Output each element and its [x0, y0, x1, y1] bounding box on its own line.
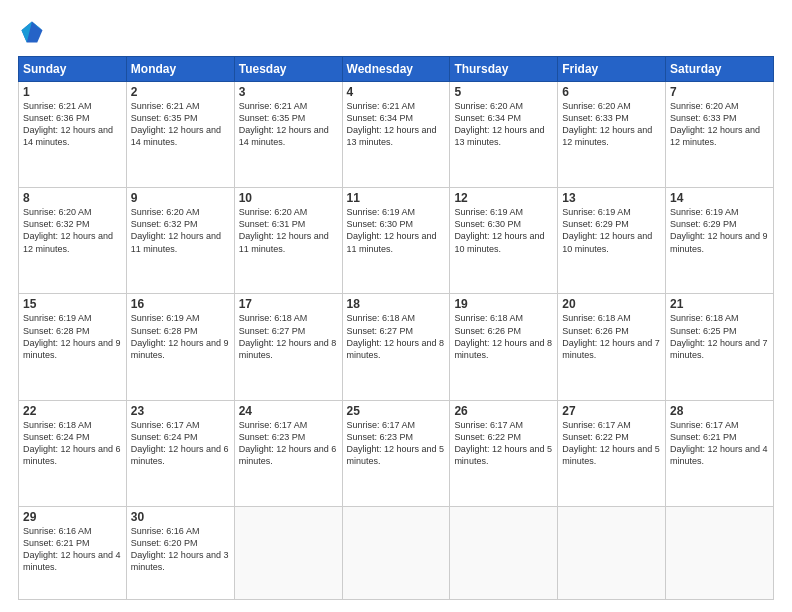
calendar-cell: 21 Sunrise: 6:18 AMSunset: 6:25 PMDaylig…: [666, 294, 774, 400]
day-info: Sunrise: 6:17 AMSunset: 6:21 PMDaylight:…: [670, 419, 769, 468]
day-info: Sunrise: 6:19 AMSunset: 6:28 PMDaylight:…: [131, 312, 230, 361]
logo-icon: [18, 18, 46, 46]
calendar-cell: 25 Sunrise: 6:17 AMSunset: 6:23 PMDaylig…: [342, 400, 450, 506]
header: [18, 18, 774, 46]
day-info: Sunrise: 6:19 AMSunset: 6:30 PMDaylight:…: [347, 206, 446, 255]
day-info: Sunrise: 6:18 AMSunset: 6:26 PMDaylight:…: [454, 312, 553, 361]
day-number: 5: [454, 85, 553, 99]
day-info: Sunrise: 6:20 AMSunset: 6:32 PMDaylight:…: [131, 206, 230, 255]
day-number: 15: [23, 297, 122, 311]
day-number: 11: [347, 191, 446, 205]
day-number: 12: [454, 191, 553, 205]
day-info: Sunrise: 6:16 AMSunset: 6:21 PMDaylight:…: [23, 525, 122, 574]
calendar-cell: 10 Sunrise: 6:20 AMSunset: 6:31 PMDaylig…: [234, 188, 342, 294]
calendar-cell: 27 Sunrise: 6:17 AMSunset: 6:22 PMDaylig…: [558, 400, 666, 506]
day-number: 1: [23, 85, 122, 99]
day-number: 29: [23, 510, 122, 524]
calendar-week-4: 22 Sunrise: 6:18 AMSunset: 6:24 PMDaylig…: [19, 400, 774, 506]
day-number: 17: [239, 297, 338, 311]
calendar-cell: 19 Sunrise: 6:18 AMSunset: 6:26 PMDaylig…: [450, 294, 558, 400]
page: SundayMondayTuesdayWednesdayThursdayFrid…: [0, 0, 792, 612]
calendar-cell: 2 Sunrise: 6:21 AMSunset: 6:35 PMDayligh…: [126, 82, 234, 188]
calendar-week-3: 15 Sunrise: 6:19 AMSunset: 6:28 PMDaylig…: [19, 294, 774, 400]
calendar-cell: [342, 506, 450, 599]
calendar-cell: 8 Sunrise: 6:20 AMSunset: 6:32 PMDayligh…: [19, 188, 127, 294]
day-info: Sunrise: 6:19 AMSunset: 6:29 PMDaylight:…: [670, 206, 769, 255]
calendar-cell: [234, 506, 342, 599]
calendar-cell: 16 Sunrise: 6:19 AMSunset: 6:28 PMDaylig…: [126, 294, 234, 400]
day-info: Sunrise: 6:18 AMSunset: 6:27 PMDaylight:…: [347, 312, 446, 361]
day-number: 4: [347, 85, 446, 99]
day-info: Sunrise: 6:19 AMSunset: 6:30 PMDaylight:…: [454, 206, 553, 255]
day-number: 22: [23, 404, 122, 418]
calendar-cell: 26 Sunrise: 6:17 AMSunset: 6:22 PMDaylig…: [450, 400, 558, 506]
day-number: 23: [131, 404, 230, 418]
calendar-cell: [666, 506, 774, 599]
calendar-cell: 14 Sunrise: 6:19 AMSunset: 6:29 PMDaylig…: [666, 188, 774, 294]
day-number: 28: [670, 404, 769, 418]
day-info: Sunrise: 6:20 AMSunset: 6:34 PMDaylight:…: [454, 100, 553, 149]
day-info: Sunrise: 6:16 AMSunset: 6:20 PMDaylight:…: [131, 525, 230, 574]
day-number: 3: [239, 85, 338, 99]
day-number: 19: [454, 297, 553, 311]
day-number: 26: [454, 404, 553, 418]
calendar-cell: 3 Sunrise: 6:21 AMSunset: 6:35 PMDayligh…: [234, 82, 342, 188]
day-number: 7: [670, 85, 769, 99]
day-info: Sunrise: 6:18 AMSunset: 6:25 PMDaylight:…: [670, 312, 769, 361]
calendar-table: SundayMondayTuesdayWednesdayThursdayFrid…: [18, 56, 774, 600]
calendar-cell: 5 Sunrise: 6:20 AMSunset: 6:34 PMDayligh…: [450, 82, 558, 188]
day-info: Sunrise: 6:20 AMSunset: 6:33 PMDaylight:…: [562, 100, 661, 149]
calendar-week-2: 8 Sunrise: 6:20 AMSunset: 6:32 PMDayligh…: [19, 188, 774, 294]
calendar-week-5: 29 Sunrise: 6:16 AMSunset: 6:21 PMDaylig…: [19, 506, 774, 599]
day-number: 2: [131, 85, 230, 99]
day-number: 21: [670, 297, 769, 311]
day-number: 6: [562, 85, 661, 99]
weekday-header-thursday: Thursday: [450, 57, 558, 82]
calendar-cell: 15 Sunrise: 6:19 AMSunset: 6:28 PMDaylig…: [19, 294, 127, 400]
calendar-cell: 24 Sunrise: 6:17 AMSunset: 6:23 PMDaylig…: [234, 400, 342, 506]
calendar-cell: 7 Sunrise: 6:20 AMSunset: 6:33 PMDayligh…: [666, 82, 774, 188]
calendar-cell: 11 Sunrise: 6:19 AMSunset: 6:30 PMDaylig…: [342, 188, 450, 294]
calendar-cell: 22 Sunrise: 6:18 AMSunset: 6:24 PMDaylig…: [19, 400, 127, 506]
weekday-header-tuesday: Tuesday: [234, 57, 342, 82]
day-info: Sunrise: 6:21 AMSunset: 6:35 PMDaylight:…: [239, 100, 338, 149]
day-number: 16: [131, 297, 230, 311]
day-number: 9: [131, 191, 230, 205]
weekday-header-row: SundayMondayTuesdayWednesdayThursdayFrid…: [19, 57, 774, 82]
calendar-cell: 28 Sunrise: 6:17 AMSunset: 6:21 PMDaylig…: [666, 400, 774, 506]
calendar-cell: [450, 506, 558, 599]
calendar-cell: 29 Sunrise: 6:16 AMSunset: 6:21 PMDaylig…: [19, 506, 127, 599]
day-info: Sunrise: 6:17 AMSunset: 6:23 PMDaylight:…: [239, 419, 338, 468]
day-info: Sunrise: 6:19 AMSunset: 6:28 PMDaylight:…: [23, 312, 122, 361]
day-number: 14: [670, 191, 769, 205]
calendar-week-1: 1 Sunrise: 6:21 AMSunset: 6:36 PMDayligh…: [19, 82, 774, 188]
day-info: Sunrise: 6:20 AMSunset: 6:33 PMDaylight:…: [670, 100, 769, 149]
day-info: Sunrise: 6:18 AMSunset: 6:26 PMDaylight:…: [562, 312, 661, 361]
day-info: Sunrise: 6:21 AMSunset: 6:34 PMDaylight:…: [347, 100, 446, 149]
calendar-cell: 1 Sunrise: 6:21 AMSunset: 6:36 PMDayligh…: [19, 82, 127, 188]
day-info: Sunrise: 6:17 AMSunset: 6:24 PMDaylight:…: [131, 419, 230, 468]
day-info: Sunrise: 6:18 AMSunset: 6:27 PMDaylight:…: [239, 312, 338, 361]
weekday-header-saturday: Saturday: [666, 57, 774, 82]
day-info: Sunrise: 6:21 AMSunset: 6:36 PMDaylight:…: [23, 100, 122, 149]
calendar-cell: 12 Sunrise: 6:19 AMSunset: 6:30 PMDaylig…: [450, 188, 558, 294]
calendar-cell: 4 Sunrise: 6:21 AMSunset: 6:34 PMDayligh…: [342, 82, 450, 188]
day-info: Sunrise: 6:17 AMSunset: 6:22 PMDaylight:…: [562, 419, 661, 468]
calendar-cell: 13 Sunrise: 6:19 AMSunset: 6:29 PMDaylig…: [558, 188, 666, 294]
day-info: Sunrise: 6:20 AMSunset: 6:31 PMDaylight:…: [239, 206, 338, 255]
day-info: Sunrise: 6:17 AMSunset: 6:23 PMDaylight:…: [347, 419, 446, 468]
logo: [18, 18, 50, 46]
day-info: Sunrise: 6:19 AMSunset: 6:29 PMDaylight:…: [562, 206, 661, 255]
calendar-cell: 9 Sunrise: 6:20 AMSunset: 6:32 PMDayligh…: [126, 188, 234, 294]
day-number: 18: [347, 297, 446, 311]
calendar-cell: [558, 506, 666, 599]
weekday-header-friday: Friday: [558, 57, 666, 82]
day-number: 13: [562, 191, 661, 205]
calendar-cell: 18 Sunrise: 6:18 AMSunset: 6:27 PMDaylig…: [342, 294, 450, 400]
day-number: 20: [562, 297, 661, 311]
day-info: Sunrise: 6:21 AMSunset: 6:35 PMDaylight:…: [131, 100, 230, 149]
calendar-cell: 30 Sunrise: 6:16 AMSunset: 6:20 PMDaylig…: [126, 506, 234, 599]
calendar-cell: 20 Sunrise: 6:18 AMSunset: 6:26 PMDaylig…: [558, 294, 666, 400]
weekday-header-sunday: Sunday: [19, 57, 127, 82]
day-info: Sunrise: 6:18 AMSunset: 6:24 PMDaylight:…: [23, 419, 122, 468]
